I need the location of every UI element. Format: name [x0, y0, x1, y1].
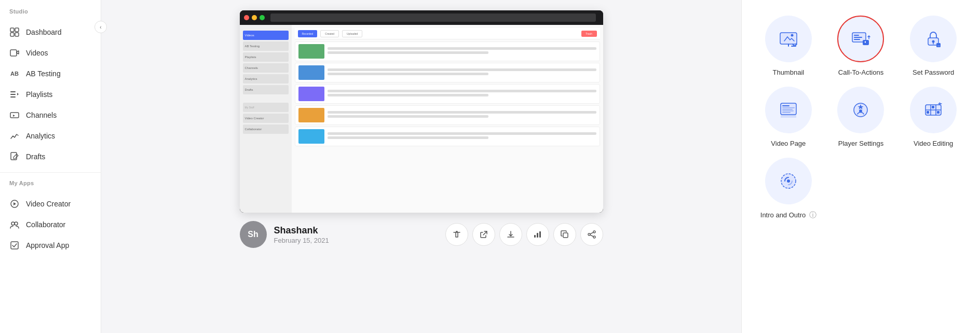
sidebar-item-videos[interactable]: Videos: [0, 43, 101, 63]
ab-icon: AB: [9, 68, 20, 79]
svg-rect-44: [782, 112, 791, 113]
svg-marker-9: [17, 93, 19, 95]
delete-button[interactable]: [445, 223, 468, 246]
channels-icon: [9, 110, 20, 120]
player-label: Player Settings: [838, 140, 883, 147]
video-icon: [9, 48, 20, 58]
sidebar-item-analytics[interactable]: Analytics: [0, 126, 101, 146]
svg-point-20: [593, 231, 595, 233]
svg-rect-32: [854, 39, 860, 40]
option-card-player-settings[interactable]: Player Settings: [830, 87, 892, 147]
svg-rect-18: [539, 231, 541, 238]
sidebar-item-dashboard[interactable]: Dashboard: [0, 22, 101, 43]
main-content: Videos AB Testing Playlists Channels Ana…: [101, 0, 741, 333]
thumbnail-label: Thumbnail: [772, 68, 804, 76]
player-icon-wrap: [837, 87, 884, 133]
svg-rect-8: [10, 96, 16, 98]
sidebar-item-label: Collaborator: [26, 220, 65, 229]
action-buttons: [445, 223, 603, 246]
svg-rect-1: [15, 28, 19, 32]
svg-rect-55: [937, 111, 940, 114]
studio-label: Studio: [0, 8, 101, 19]
svg-point-21: [588, 233, 590, 235]
svg-rect-40: [782, 105, 790, 106]
svg-rect-43: [782, 110, 794, 112]
screenshot-inner: Videos AB Testing Playlists Channels Ana…: [240, 10, 603, 213]
copy-button[interactable]: [553, 223, 576, 246]
sidebar-item-approval-app[interactable]: Approval App: [0, 235, 101, 256]
analytics-icon: [9, 131, 20, 141]
playlist-icon: [9, 89, 20, 100]
sidebar-divider: [0, 172, 101, 173]
thumbnail-icon-wrap: [765, 16, 812, 62]
option-card-video-page[interactable]: Video Page: [757, 87, 820, 147]
svg-rect-6: [10, 91, 16, 92]
editing-icon-wrap: [910, 87, 957, 133]
svg-point-27: [791, 34, 793, 37]
analytics-button[interactable]: [526, 223, 549, 246]
collab-icon: [9, 219, 20, 230]
sidebar-item-video-creator[interactable]: Video Creator: [0, 193, 101, 214]
share-external-button[interactable]: [472, 223, 495, 246]
svg-text:···: ···: [937, 44, 940, 47]
svg-rect-42: [782, 109, 793, 110]
svg-rect-41: [782, 107, 795, 108]
svg-rect-19: [563, 233, 568, 238]
option-card-intro-outro[interactable]: Intro and Outro ⓘ: [757, 158, 820, 220]
myapps-label: My Apps: [0, 180, 101, 190]
svg-rect-53: [927, 111, 929, 114]
sidebar-item-label: Approval App: [26, 241, 69, 249]
svg-rect-30: [854, 35, 859, 36]
approval-icon: [9, 240, 20, 251]
creator-icon: [9, 199, 20, 209]
cta-icon-wrap: [837, 16, 884, 62]
options-grid: Thumbnail Call-To-Actions: [757, 16, 964, 220]
svg-rect-45: [781, 115, 796, 118]
right-panel: Thumbnail Call-To-Actions: [741, 0, 980, 333]
svg-rect-10: [10, 113, 19, 118]
sidebar-item-label: Analytics: [26, 132, 55, 140]
videopage-icon-wrap: [765, 87, 812, 133]
sidebar-item-label: AB Testing: [26, 70, 61, 78]
sidebar-item-label: Video Creator: [26, 200, 71, 208]
option-card-cta[interactable]: Call-To-Actions: [830, 16, 892, 76]
svg-text:AB: AB: [10, 71, 19, 77]
cta-label: Call-To-Actions: [838, 68, 883, 76]
password-label: Set Password: [913, 68, 954, 76]
svg-rect-2: [10, 33, 14, 36]
svg-rect-7: [10, 94, 16, 95]
sidebar-item-label: Dashboard: [26, 28, 62, 36]
password-icon-wrap: ···: [910, 16, 957, 62]
svg-rect-17: [537, 233, 538, 238]
svg-rect-4: [10, 50, 17, 56]
sidebar-item-channels[interactable]: Channels: [0, 105, 101, 126]
share-button[interactable]: [580, 223, 603, 246]
intro-icon-wrap: [765, 158, 812, 204]
svg-point-22: [593, 236, 595, 238]
grid-icon: [9, 27, 20, 37]
sidebar-item-collaborator[interactable]: Collaborator: [0, 214, 101, 235]
sidebar-item-label: Channels: [26, 111, 57, 119]
sidebar-item-playlists[interactable]: Playlists: [0, 84, 101, 105]
sidebar-item-drafts[interactable]: Drafts: [0, 146, 101, 167]
user-info: Sh Shashank February 15, 2021: [240, 221, 329, 248]
sidebar: ‹ Studio Dashboard Videos AB: [0, 0, 101, 333]
option-card-thumbnail[interactable]: Thumbnail: [757, 16, 820, 76]
videopage-label: Video Page: [771, 140, 806, 147]
video-bottom-bar: Sh Shashank February 15, 2021: [240, 213, 603, 256]
collapse-button[interactable]: ‹: [94, 21, 107, 33]
option-card-password[interactable]: ··· Set Password: [902, 16, 964, 76]
svg-point-14: [15, 222, 18, 225]
svg-rect-54: [932, 106, 934, 108]
sidebar-item-ab-testing[interactable]: AB AB Testing: [0, 63, 101, 84]
sidebar-item-label: Playlists: [26, 90, 52, 99]
option-card-video-editing[interactable]: Video Editing: [902, 87, 964, 147]
editing-label: Video Editing: [914, 140, 953, 147]
drafts-icon: [9, 151, 20, 162]
download-button[interactable]: [499, 223, 522, 246]
user-date: February 15, 2021: [274, 237, 329, 244]
svg-point-57: [787, 179, 790, 183]
svg-line-24: [590, 235, 593, 237]
info-icon: ⓘ: [809, 211, 816, 219]
svg-rect-16: [534, 235, 536, 238]
